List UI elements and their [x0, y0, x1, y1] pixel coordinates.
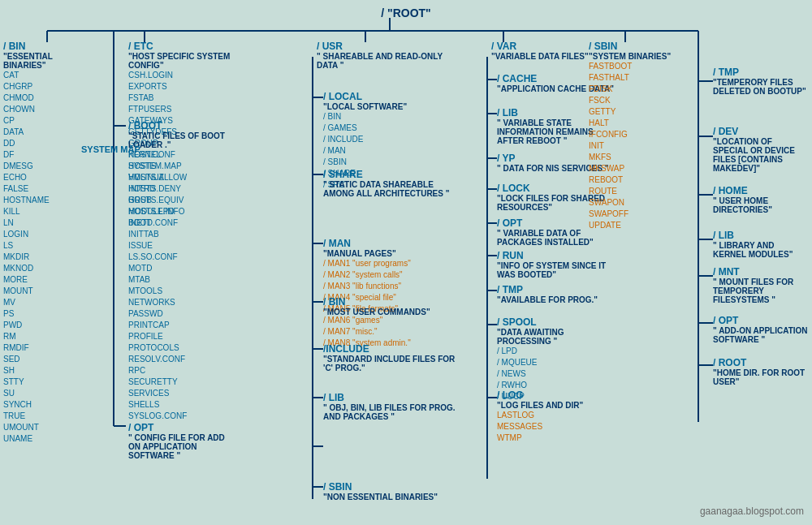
list-item: MKNOD: [3, 263, 91, 274]
list-item: DMESG: [3, 161, 91, 172]
etc-opt-section: / OPT " CONFIG FILE FOR ADD ON APPLICATI…: [128, 422, 226, 460]
root-dir-section: / ROOT "HOME DIR. FOR ROOT USER": [713, 357, 809, 386]
boot-desc: "STATIC FILES OF BOOT LOADER .": [128, 131, 226, 149]
usr-include-title: /INCLUDE: [323, 343, 457, 355]
opt-section: / OPT " ADD-ON APPLICATION SOFTWARE ": [713, 315, 809, 344]
home-desc: " USER HOME DIRECTORIES": [713, 196, 809, 214]
usr-bin-section: / BIN "MOST USER COMMANDS": [323, 296, 457, 316]
list-item: PS: [3, 308, 91, 320]
list-item: FSCK: [589, 95, 694, 106]
list-item: KERNEL: [128, 149, 226, 161]
list-item: / SBIN: [323, 157, 457, 168]
var-tmp-desc: "AVAILABLE FOR PROG.": [497, 295, 615, 304]
usr-section: / USR " SHAREABLE AND READ-ONLY DATA ": [317, 41, 455, 70]
list-item: EXPORTS: [128, 81, 242, 93]
list-item: RMDIF: [3, 342, 91, 354]
list-item: LS.SO.CONF: [128, 252, 242, 263]
list-item: / MAN7 "misc.": [323, 326, 461, 338]
lib-title: / LIB: [713, 230, 809, 241]
var-opt-desc: " VARIABLE DATA OF PACKAGES INSTALLED": [497, 229, 615, 247]
list-item: KILL: [3, 206, 91, 217]
list-item: / MQUEUE: [497, 357, 615, 368]
system-map-label: SYSTEM MAP: [81, 144, 140, 154]
etc-opt-title: / OPT: [128, 422, 226, 433]
list-item: CHGRP: [3, 81, 91, 93]
list-item: LASTLOG: [497, 410, 615, 421]
root-label: / "ROOT": [0, 6, 812, 19]
list-item: MESSAGES: [497, 421, 615, 432]
bin-desc: "ESSENTIAL BINARIES": [3, 52, 91, 70]
list-item: / LPD: [497, 346, 615, 357]
usr-man-desc: "MANUAL PAGES": [323, 249, 461, 258]
usr-bin-title: / BIN: [323, 296, 457, 308]
list-item: / GAMES: [323, 123, 457, 134]
list-item: / INCLUDE: [323, 134, 457, 145]
etc-opt-desc: " CONFIG FILE FOR ADD ON APPLICATION SOF…: [128, 433, 226, 460]
var-tmp-title: / TMP: [497, 284, 615, 295]
list-item: LOGIN: [3, 229, 91, 240]
list-item: CSH.LOGIN: [128, 70, 242, 81]
list-item: CP: [3, 115, 91, 127]
list-item: MOTD: [128, 263, 242, 274]
var-tmp-section: / TMP "AVAILABLE FOR PROG.": [497, 284, 615, 304]
usr-share-desc: " STATIC DATA SHAREABLE AMONG ALL ARCHIT…: [323, 180, 457, 198]
root-dir-title: / ROOT: [713, 357, 809, 368]
list-item: / MAN2 "system calls": [323, 269, 461, 281]
dev-desc: "LOCATION OF SPECIAL OR DEVICE FILES [CO…: [713, 137, 809, 173]
usr-lib-title: / LIB: [323, 392, 457, 403]
usr-desc: " SHAREABLE AND READ-ONLY DATA ": [317, 52, 455, 70]
boot-section: / BOOT "STATIC FILES OF BOOT LOADER ." K…: [128, 120, 226, 229]
list-item: MODULE.INFO: [128, 206, 226, 217]
list-item: SYSLOG.CONF: [128, 411, 242, 422]
var-log-files: LASTLOGMESSAGESWTMP: [497, 410, 615, 444]
list-item: CHMOD: [3, 93, 91, 104]
watermark: gaanagaa.blogspot.com: [700, 506, 804, 517]
list-item: SERVICES: [128, 388, 242, 399]
etc-title: / ETC: [128, 41, 242, 52]
list-item: MV: [3, 297, 91, 308]
list-item: IFCONFIG: [589, 129, 694, 140]
list-item: SYNCH: [3, 399, 91, 411]
list-item: WTMP: [497, 432, 615, 444]
list-item: VMLINUZ: [128, 172, 226, 183]
usr-title: / USR: [317, 41, 455, 52]
bin-title: / BIN: [3, 41, 91, 52]
list-item: CAT: [3, 70, 91, 81]
dev-section: / DEV "LOCATION OF SPECIAL OR DEVICE FIL…: [713, 126, 809, 173]
list-item: HOSTNAME: [3, 195, 91, 206]
home-section: / HOME " USER HOME DIRECTORIES": [713, 185, 809, 214]
root-title: / "ROOT": [381, 6, 431, 19]
list-item: MKFS: [589, 152, 694, 163]
usr-man-section: / MAN "MANUAL PAGES" / MAN1 "user progra…: [323, 238, 461, 349]
bin-files: CATCHGRPCHMODCHOWNCPDATADDDFDMESGECHOFAL…: [3, 70, 91, 445]
list-item: / BIN: [323, 111, 457, 123]
list-item: PASSWD: [128, 308, 242, 320]
list-item: SHELLS: [128, 399, 242, 411]
usr-share-title: / SHARE: [323, 169, 457, 180]
list-item: REBOOT: [589, 174, 694, 186]
list-item: MOUNT: [3, 286, 91, 297]
dev-title: / DEV: [713, 126, 809, 137]
list-item: ECHO: [3, 172, 91, 183]
list-item: FASTHALT: [589, 72, 694, 84]
list-item: FSTAB: [128, 93, 242, 104]
sbin-title: / SBIN: [589, 41, 694, 52]
list-item: TRUE: [3, 411, 91, 422]
boot-title: / BOOT: [128, 120, 226, 131]
usr-sbin-title: / SBIN: [323, 481, 457, 493]
list-item: UMOUNT: [3, 422, 91, 433]
opt-title: / OPT: [713, 315, 809, 326]
list-item: DD: [3, 138, 91, 149]
list-item: LN: [3, 217, 91, 229]
usr-lib-section: / LIB " OBJ, BIN, LIB FILES FOR PROG. AN…: [323, 392, 457, 421]
list-item: SYSTEM.MAP: [128, 161, 226, 172]
list-item: MTAB: [128, 274, 242, 286]
list-item: MTOOLS: [128, 286, 242, 297]
list-item: / MAN: [323, 145, 457, 157]
sbin-desc: "SYSTEM BINARIES": [589, 52, 694, 61]
list-item: STTY: [3, 377, 91, 388]
mnt-section: / MNT " MOUNT FILES FOR TEMPORERY FILESY…: [713, 266, 809, 304]
usr-lib-desc: " OBJ, BIN, LIB FILES FOR PROG. AND PACK…: [323, 403, 457, 421]
list-item: SECURETTY: [128, 377, 242, 388]
usr-local-desc: "LOCAL SOFTWARE": [323, 102, 457, 111]
